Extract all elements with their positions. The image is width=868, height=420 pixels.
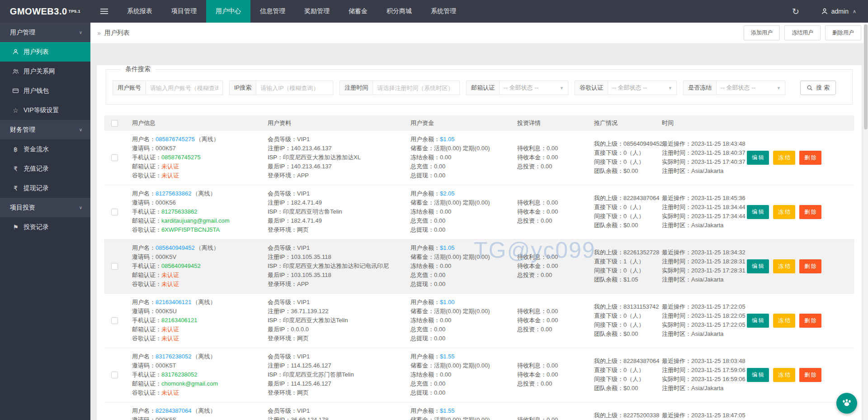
field-value[interactable]: $1.05	[440, 244, 455, 251]
row-checkbox[interactable]	[111, 154, 118, 161]
sidebar-item-user-用户列表[interactable]: 用户列表	[0, 42, 90, 62]
sidebar-item-coinb-资金流水[interactable]: ฿资金流水	[0, 139, 90, 159]
field-label: 会员等级：	[268, 353, 297, 360]
account-input[interactable]	[146, 81, 223, 95]
field-value: Asia/Jakarta	[691, 167, 724, 174]
field-value: 000K5T	[156, 362, 176, 369]
delete-button[interactable]: 删除	[799, 368, 821, 382]
field-value: 83131153742	[623, 303, 659, 310]
field-label: ISP：	[268, 154, 283, 161]
field-label: 注册IP：	[268, 416, 291, 420]
hamburger-icon[interactable]	[90, 0, 118, 23]
edit-button[interactable]: 编辑	[747, 314, 769, 328]
field-label: 间接下级：	[594, 213, 623, 220]
field-line: 邮箱认证：karditaujuang@gmail.com	[132, 216, 260, 225]
edit-button[interactable]: 编辑	[747, 205, 769, 219]
select-all-checkbox[interactable]	[111, 120, 118, 127]
top-bar: GMOWEB3.0TP5.1 系统报表项目管理用户中心信息管理奖励管理储蓄金积分…	[0, 0, 868, 23]
freeze-button[interactable]: 冻结	[773, 314, 795, 328]
sidebar-item-rupee-提现记录[interactable]: ₹提现记录	[0, 178, 90, 198]
field-value: karditaujuang@gmail.com	[161, 217, 230, 224]
field-line: 邮箱认证：未认证	[132, 271, 260, 280]
cell-invest: 待收利息：0.00待收本金：0.00总投资：0.00	[510, 415, 587, 420]
field-value: 0.00	[434, 217, 445, 224]
field-value[interactable]: $2.05	[440, 190, 455, 197]
row-checkbox[interactable]	[111, 263, 118, 270]
search-button[interactable]: 搜 索	[800, 81, 836, 95]
online-status: （离线）	[193, 299, 216, 305]
edit-button[interactable]: 编辑	[747, 151, 769, 165]
field-line: 谷歌认证：未认证	[132, 388, 260, 397]
edit-button[interactable]: 编辑	[747, 368, 769, 382]
row-checkbox[interactable]	[111, 317, 118, 324]
freeze-button[interactable]: 冻结	[773, 151, 795, 165]
nav-item-5[interactable]: 奖励管理	[295, 0, 339, 23]
delete-button[interactable]: 删除	[799, 314, 821, 328]
frozen-select[interactable]: -- 全部状态 --▼	[717, 81, 785, 95]
freeze-button[interactable]: 冻结	[773, 259, 795, 273]
sidebar-group-header-1[interactable]: 用户管理∨	[0, 23, 90, 42]
field-value[interactable]: $1.55	[440, 353, 455, 360]
delete-user-button[interactable]: 删除用户	[825, 25, 861, 40]
field-value: 0.00	[547, 371, 558, 378]
delete-button[interactable]: 删除	[799, 205, 821, 219]
sidebar-group-header-2[interactable]: 财务管理∨	[0, 120, 90, 139]
nav-item-2[interactable]: 项目管理	[162, 0, 206, 23]
email-verify-select[interactable]: -- 全部状态 --▼	[500, 81, 568, 95]
sidebar-item-star-VIP等级设置[interactable]: ☆VIP等级设置	[0, 100, 90, 120]
row-checkbox[interactable]	[111, 209, 118, 215]
field-value[interactable]: $1.05	[440, 136, 455, 143]
field-line: 注册IP：36.69.124.178	[268, 415, 403, 420]
field-label: 直接下级：	[594, 312, 623, 319]
username-link[interactable]: 81275633862	[156, 190, 192, 197]
table-row-1: 用户名：085876745275（离线）邀请码：000K57手机认证：08587…	[104, 131, 854, 185]
sidebar-item-flag-投资记录[interactable]: ⚑投资记录	[0, 217, 90, 237]
field-value: 182.4.71.49	[291, 199, 322, 206]
field-value: 103.105.35.118	[291, 272, 331, 278]
field-label: 注册时区：	[662, 167, 691, 174]
username-link[interactable]: 83176238052	[156, 353, 192, 360]
field-label: 注册时区：	[662, 330, 691, 337]
field-value: 2023-11-25 18:22:05	[691, 312, 745, 319]
field-label: 我的上级：	[594, 140, 623, 147]
admin-menu[interactable]: admin ∧	[812, 8, 868, 15]
google-verify-select[interactable]: -- 全部状态 --▼	[608, 81, 677, 95]
sidebar-group-header-3[interactable]: 项目投资∨	[0, 198, 90, 217]
regtime-input[interactable]	[373, 81, 460, 95]
username-link[interactable]: 82284387064	[156, 407, 192, 414]
add-user-button[interactable]: 添加用户	[744, 25, 780, 40]
nav-item-4[interactable]: 信息管理	[250, 0, 295, 23]
field-value[interactable]: $1.55	[440, 407, 455, 414]
nav-item-1[interactable]: 系统报表	[118, 0, 162, 23]
field-label: 间接下级：	[594, 158, 623, 165]
ip-input[interactable]	[256, 81, 333, 95]
field-line: 手机认证：085640949452	[132, 262, 260, 271]
row-checkbox[interactable]	[111, 372, 118, 378]
field-label: 邮箱认证：	[132, 272, 161, 278]
username-link[interactable]: 085640949452	[156, 244, 195, 251]
scrollbar-thumb[interactable]	[864, 24, 868, 129]
service-float-button[interactable]	[836, 393, 857, 414]
freeze-button[interactable]: 冻结	[773, 205, 795, 219]
field-line: 用户余额：$1.55	[410, 406, 510, 415]
nav-item-6[interactable]: 储蓄金	[339, 0, 377, 23]
sidebar-item-wallet-用户钱包[interactable]: 用户钱包	[0, 81, 90, 100]
regtime-input-group: 注册时间	[340, 81, 460, 95]
field-line: 注册时区：Asia/Jakarta	[662, 384, 745, 393]
nav-item-7[interactable]: 积分商城	[377, 0, 421, 23]
username-link[interactable]: 085876745275	[156, 136, 195, 143]
edit-button[interactable]: 编辑	[747, 259, 769, 273]
field-label: ISP：	[268, 317, 283, 324]
nav-item-8[interactable]: 系统管理	[421, 0, 466, 23]
field-value: $0.00	[623, 385, 638, 391]
nav-item-3[interactable]: 用户中心	[206, 0, 250, 23]
freeze-button[interactable]: 冻结	[773, 368, 795, 382]
refresh-icon[interactable]: ↻	[779, 6, 812, 17]
sidebar-item-users-用户关系网[interactable]: 用户关系网	[0, 62, 90, 81]
sidebar-item-rupee-充值记录[interactable]: ₹充值记录	[0, 159, 90, 178]
freeze-user-button[interactable]: 冻结用户	[784, 25, 821, 40]
delete-button[interactable]: 删除	[799, 151, 821, 165]
username-link[interactable]: 82163406121	[156, 299, 192, 305]
delete-button[interactable]: 删除	[799, 259, 821, 273]
field-value[interactable]: $1.00	[440, 299, 455, 305]
